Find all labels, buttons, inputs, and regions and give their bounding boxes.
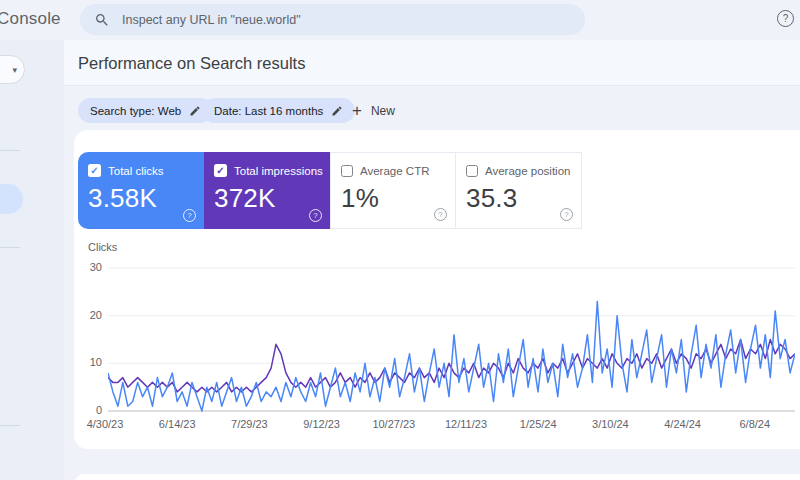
y-tick-label: 20 [90, 309, 102, 321]
plus-icon: + [352, 102, 362, 119]
checkbox-checked-icon[interactable]: ✓ [214, 164, 227, 177]
metric-label: Average CTR [360, 165, 429, 177]
x-tick-label: 4/30/23 [87, 418, 124, 430]
help-icon[interactable]: ? [309, 209, 322, 222]
filter-bar: Search type: Web Date: Last 16 months + … [64, 87, 800, 131]
x-tick-label: 12/11/23 [445, 418, 487, 430]
y-tick-label: 10 [90, 356, 102, 368]
metric-label: Total clicks [108, 165, 164, 177]
metric-label: Total impressions [234, 165, 323, 177]
filter-chip-date[interactable]: Date: Last 16 months [202, 98, 355, 123]
metric-card-average-position[interactable]: Average position 35.3 ? [456, 152, 582, 229]
sidebar-divider [0, 425, 20, 426]
y-tick-label: 30 [90, 261, 102, 273]
chart-lines [108, 301, 795, 411]
property-selector[interactable]: ▾ [0, 55, 25, 84]
x-tick-label: 3/10/24 [592, 418, 629, 430]
checkbox-unchecked-icon[interactable] [341, 165, 353, 177]
sidebar: ▾ [0, 40, 64, 480]
url-inspect-search[interactable] [80, 4, 585, 35]
x-tick-label: 6/14/23 [159, 418, 196, 430]
metric-value: 1% [341, 183, 445, 214]
help-icon[interactable]: ? [777, 10, 794, 27]
search-input[interactable] [122, 13, 571, 27]
metric-card-total-impressions[interactable]: ✓ Total impressions 372K ? [204, 152, 330, 229]
metric-value: 35.3 [466, 183, 571, 214]
search-icon [94, 12, 110, 28]
help-icon[interactable]: ? [560, 208, 573, 221]
metric-label: Average position [485, 165, 570, 177]
edit-pencil-icon [331, 105, 343, 117]
x-tick-label: 9/12/23 [303, 418, 340, 430]
metric-card-average-ctr[interactable]: Average CTR 1% ? [330, 152, 456, 229]
x-tick-label: 4/24/24 [664, 418, 701, 430]
app-logo: Console [0, 9, 61, 29]
new-filter-button[interactable]: + New [346, 98, 401, 123]
app-bar: Console ? [0, 0, 800, 40]
page-title: Performance on Search results [78, 54, 305, 73]
chevron-down-icon: ▾ [12, 65, 17, 75]
sidebar-item-performance[interactable] [0, 184, 23, 214]
help-icon[interactable]: ? [434, 208, 447, 221]
metric-cards: ✓ Total clicks 3.58K ? ✓ Total impressio… [78, 152, 582, 229]
help-icon[interactable]: ? [183, 209, 196, 222]
chart-series-total-clicks [108, 301, 795, 411]
x-tick-label: 6/8/24 [740, 418, 771, 430]
x-tick-label: 7/29/23 [231, 418, 268, 430]
y-axis-ticks: 3020100 [74, 267, 102, 410]
x-axis-ticks: 4/30/236/14/237/29/239/12/2310/27/2312/1… [108, 418, 795, 432]
filter-chip-label: Search type: Web [90, 105, 181, 117]
performance-panel: ✓ Total clicks 3.58K ? ✓ Total impressio… [74, 130, 800, 449]
checkbox-checked-icon[interactable]: ✓ [88, 164, 101, 177]
chart-y-axis-title: Clicks [88, 241, 117, 253]
sidebar-divider [0, 247, 20, 248]
new-filter-label: New [371, 104, 395, 118]
metric-card-total-clicks[interactable]: ✓ Total clicks 3.58K ? [78, 152, 204, 229]
metric-value: 372K [214, 183, 320, 214]
title-bar: Performance on Search results [64, 40, 800, 86]
edit-pencil-icon [189, 105, 201, 117]
performance-chart [108, 267, 795, 412]
filter-chip-search-type[interactable]: Search type: Web [78, 98, 213, 123]
next-section-panel [74, 474, 800, 480]
metric-value: 3.58K [88, 183, 194, 214]
checkbox-unchecked-icon[interactable] [466, 165, 478, 177]
y-tick-label: 0 [96, 404, 102, 416]
filter-chip-label: Date: Last 16 months [214, 105, 323, 117]
sidebar-divider [0, 150, 20, 151]
x-tick-label: 10/27/23 [372, 418, 415, 430]
x-tick-label: 1/25/24 [520, 418, 557, 430]
